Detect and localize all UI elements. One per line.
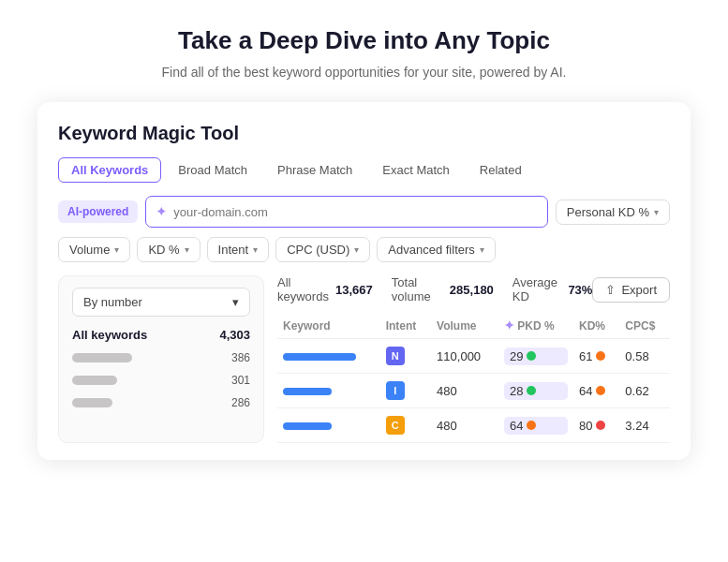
col-cpc: CPC$: [619, 313, 670, 339]
avg-kd-label: Average KD: [513, 275, 565, 303]
export-label: Export: [621, 283, 657, 297]
intent-cell: C: [380, 408, 431, 443]
tab-exact-match[interactable]: Exact Match: [369, 157, 463, 183]
intent-badge: N: [386, 347, 405, 365]
search-row: AI-powered ✦ Personal KD % ▾: [58, 196, 670, 228]
total-volume-count: 285,180: [450, 283, 494, 297]
pkd-dot: [527, 421, 536, 430]
kw-count: 386: [231, 351, 250, 364]
pkd-cell: 64: [498, 408, 573, 443]
pkd-value: 29: [504, 348, 568, 365]
keyword-bar: [283, 422, 332, 430]
col-pkd: ✦ PKD %: [498, 313, 573, 339]
kw-count: 286: [231, 396, 250, 409]
export-button[interactable]: ⇧ Export: [592, 277, 670, 303]
kd-cell: 61: [573, 339, 619, 374]
left-panel: By number ▾ All keywords 4,303 386: [58, 275, 264, 443]
tabs-row: All Keywords Broad Match Phrase Match Ex…: [58, 157, 670, 183]
all-keywords-stats-count: 13,667: [335, 283, 373, 297]
hero-title: Take a Deep Dive into Any Topic: [37, 26, 691, 55]
kd-value: 80: [579, 419, 614, 433]
filters-row: Volume ▾ KD % ▾ Intent ▾ CPC (USD) ▾ Adv…: [58, 237, 670, 262]
kw-bar-wrap: [72, 398, 222, 407]
kd-dot: [596, 386, 605, 395]
page-wrapper: Take a Deep Dive into Any Topic Find all…: [0, 0, 728, 488]
intent-cell: I: [380, 374, 431, 408]
chevron-down-icon: ▾: [354, 244, 359, 255]
search-input-wrap[interactable]: ✦: [145, 196, 548, 228]
pkd-dot: [527, 386, 536, 395]
kd-cell: 64: [573, 374, 619, 408]
all-keywords-stats-label: All keywords: [277, 275, 332, 303]
all-keywords-list-count: 4,303: [219, 328, 250, 342]
chevron-down-icon: ▾: [253, 244, 258, 255]
card-title: Keyword Magic Tool: [58, 123, 670, 144]
keyword-list: All keywords 4,303 386 301: [72, 328, 250, 409]
kw-count: 301: [231, 374, 250, 387]
kd-dropdown[interactable]: Personal KD % ▾: [556, 200, 670, 225]
table-row: I 480 28 64 0.62: [277, 374, 670, 408]
list-item: 286: [72, 396, 250, 409]
ai-badge: AI-powered: [58, 200, 138, 223]
keywords-table: Keyword Intent Volume ✦ PKD % KD% CPC$: [277, 313, 670, 443]
chevron-down-icon: ▾: [654, 207, 659, 217]
cpc-cell: 3.24: [619, 408, 670, 443]
kd-dot: [596, 351, 605, 361]
filter-kd[interactable]: KD % ▾: [137, 237, 200, 262]
kd-dropdown-label: Personal KD %: [567, 205, 649, 219]
col-keyword: Keyword: [277, 313, 380, 339]
pkd-star-icon: ✦: [504, 318, 514, 333]
keyword-cell: [277, 339, 380, 374]
avg-kd-value: 73%: [568, 283, 592, 297]
list-item: 386: [72, 351, 250, 364]
table-row: C 480 64 80 3.24: [277, 408, 670, 443]
search-input[interactable]: [173, 205, 538, 219]
keyword-list-header: All keywords 4,303: [72, 328, 250, 342]
tab-phrase-match[interactable]: Phrase Match: [264, 157, 365, 183]
keyword-bar: [283, 388, 332, 395]
col-kd: KD%: [573, 313, 619, 339]
kw-bar: [72, 353, 132, 362]
kd-value: 61: [579, 349, 614, 363]
total-volume-label: Total volume: [392, 275, 446, 303]
kw-bar: [72, 398, 112, 407]
stats-row: All keywords 13,667 Total volume 285,180…: [277, 275, 670, 303]
tab-all-keywords[interactable]: All Keywords: [58, 157, 161, 183]
filter-cpc[interactable]: CPC (USD) ▾: [275, 237, 370, 262]
filter-advanced[interactable]: Advanced filters ▾: [377, 237, 496, 262]
sparkle-icon: ✦: [156, 203, 168, 220]
intent-badge: I: [386, 381, 405, 400]
chevron-down-icon: ▾: [480, 244, 484, 255]
keyword-bar: [283, 353, 356, 361]
filter-volume[interactable]: Volume ▾: [58, 237, 130, 262]
volume-cell: 480: [431, 374, 498, 408]
by-number-dropdown[interactable]: By number ▾: [72, 288, 250, 317]
main-card: Keyword Magic Tool All Keywords Broad Ma…: [37, 102, 691, 460]
table-row: N 110,000 29 61 0.58: [277, 339, 670, 374]
col-intent: Intent: [380, 313, 431, 339]
by-number-label: By number: [83, 295, 142, 309]
pkd-cell: 28: [498, 374, 573, 408]
pkd-dot: [527, 351, 536, 361]
chevron-down-icon: ▾: [114, 244, 119, 255]
filter-intent[interactable]: Intent ▾: [207, 237, 270, 262]
chevron-down-icon: ▾: [232, 295, 239, 309]
content-split: By number ▾ All keywords 4,303 386: [58, 275, 670, 443]
intent-cell: N: [380, 339, 431, 374]
tab-broad-match[interactable]: Broad Match: [165, 157, 260, 183]
tab-related[interactable]: Related: [467, 157, 535, 183]
kd-cell: 80: [573, 408, 619, 443]
hero-subtitle: Find all of the best keyword opportuniti…: [37, 65, 691, 80]
cpc-cell: 0.58: [619, 339, 670, 374]
kd-value: 64: [579, 384, 614, 398]
col-volume: Volume: [431, 313, 498, 339]
kd-dot: [596, 421, 605, 430]
kw-bar-wrap: [72, 353, 222, 362]
pkd-value: 64: [504, 417, 568, 435]
kw-bar: [72, 376, 117, 385]
cpc-cell: 0.62: [619, 374, 670, 408]
intent-badge: C: [386, 416, 405, 435]
export-icon: ⇧: [605, 283, 616, 297]
list-item: 301: [72, 374, 250, 387]
right-panel: All keywords 13,667 Total volume 285,180…: [277, 275, 670, 443]
